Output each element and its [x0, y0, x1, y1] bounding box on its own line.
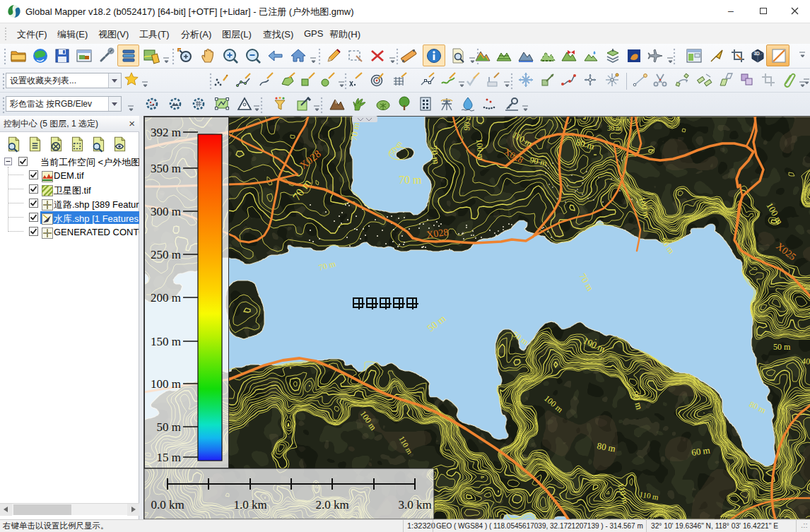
- svg-text:100 m: 100 m: [474, 138, 486, 161]
- svg-text:3.0 km: 3.0 km: [398, 498, 431, 512]
- svg-text:90 m: 90 m: [462, 117, 473, 131]
- svg-text:1.0 km: 1.0 km: [233, 498, 266, 512]
- svg-text:50 m: 50 m: [773, 342, 791, 352]
- svg-text:100 m: 100 m: [151, 377, 181, 391]
- svg-text:15 m: 15 m: [157, 451, 181, 464]
- svg-text:70 m: 70 m: [577, 271, 595, 292]
- svg-text:0.0 km: 0.0 km: [151, 498, 184, 512]
- svg-text:50 m: 50 m: [425, 313, 448, 333]
- svg-text:80 m: 80 m: [748, 399, 768, 415]
- svg-text:50 m: 50 m: [157, 420, 181, 434]
- svg-text:392 m: 392 m: [151, 126, 181, 139]
- svg-text:70 m: 70 m: [317, 259, 337, 273]
- svg-text:3D: 3D: [754, 51, 761, 56]
- svg-text:150 m: 150 m: [151, 335, 181, 348]
- svg-text:40 m: 40 m: [802, 356, 810, 367]
- svg-text:70 m: 70 m: [399, 174, 422, 186]
- svg-text:30 m: 30 m: [607, 124, 622, 132]
- svg-text:300 m: 300 m: [151, 205, 181, 218]
- svg-text:2.0 km: 2.0 km: [315, 498, 348, 512]
- svg-text:350 m: 350 m: [151, 162, 181, 175]
- svg-text:200 m: 200 m: [151, 291, 181, 305]
- svg-text:250 m: 250 m: [151, 248, 181, 261]
- svg-text:70 m: 70 m: [348, 122, 361, 142]
